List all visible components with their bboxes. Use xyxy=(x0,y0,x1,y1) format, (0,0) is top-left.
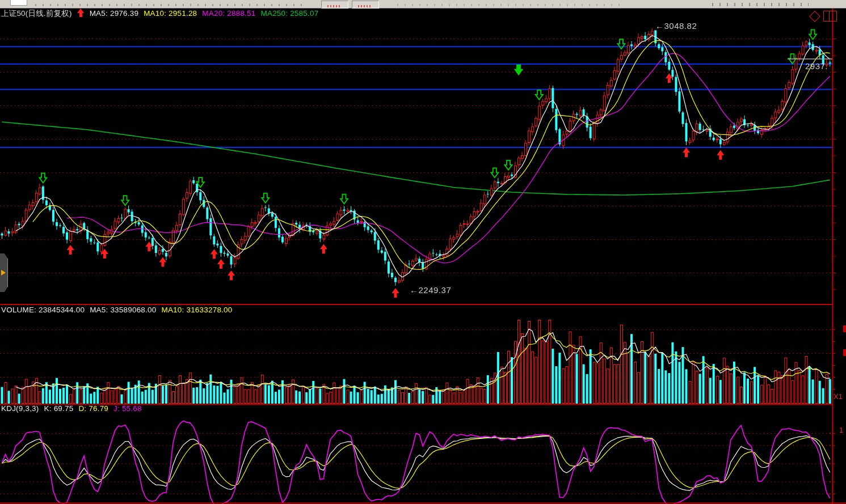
kdj-k-label: K: 69.75 xyxy=(44,404,74,413)
volume-axis-unit: X1 xyxy=(834,392,843,401)
up-arrow-icon xyxy=(77,9,85,17)
kdj-j-label: J: 55.68 xyxy=(113,404,142,413)
quote-button-2[interactable] xyxy=(352,1,379,9)
main-chart-header: 上证50(日线.前复权)MA5: 2976.39MA10: 2951.28MA2… xyxy=(1,9,323,19)
ma20-label: MA20: 2888.51 xyxy=(202,9,255,18)
window-icon-divider xyxy=(829,11,830,21)
trough-price-label: ←2249.37 xyxy=(410,285,451,295)
trading-app-window: 上证50(日线.前复权)MA5: 2976.39MA10: 2951.28MA2… xyxy=(0,0,846,504)
window-icon[interactable] xyxy=(823,11,837,22)
ma250-label: MA250: 2585.07 xyxy=(260,9,318,18)
kdj-header: KDJ(9,3,3)K: 69.75D: 76.79J: 55.68 xyxy=(1,404,147,413)
menu-items-cropped[interactable] xyxy=(397,4,624,6)
ma5-label: MA5: 2976.39 xyxy=(90,9,138,18)
volume-ma10-label: MA10: 31633278.00 xyxy=(161,306,232,314)
menu-items-cropped[interactable] xyxy=(35,4,302,6)
panel-expand-handle[interactable] xyxy=(0,253,8,292)
kdj-axis-label-cropped: 1 xyxy=(839,426,843,434)
expand-arrow-icon xyxy=(1,270,6,276)
kdj-title: KDJ(9,3,3) xyxy=(1,404,39,413)
chart-canvas[interactable] xyxy=(0,0,846,504)
ma10-label: MA10: 2951.28 xyxy=(144,9,197,18)
quote-text-fragment xyxy=(327,5,340,7)
kdj-d-label: D: 76.79 xyxy=(78,404,108,413)
menu-input-stub[interactable] xyxy=(10,0,27,6)
volume-ma5-label: MA5: 33589068.00 xyxy=(90,306,156,314)
chart-title: 上证50(日线.前复权) xyxy=(1,9,72,18)
last-price-label: 2937. xyxy=(805,61,828,71)
quote-text-fragment xyxy=(358,5,371,7)
volume-label: VOLUME: 23845344.00 xyxy=(1,306,85,314)
volume-header: VOLUME: 23845344.00MA5: 33589068.00MA10:… xyxy=(1,306,237,314)
peak-price-label: ←3048.82 xyxy=(655,21,697,31)
toolbar-icons-cropped[interactable] xyxy=(712,3,809,6)
menu-bar[interactable] xyxy=(0,0,846,9)
quote-button-1[interactable] xyxy=(321,1,348,9)
